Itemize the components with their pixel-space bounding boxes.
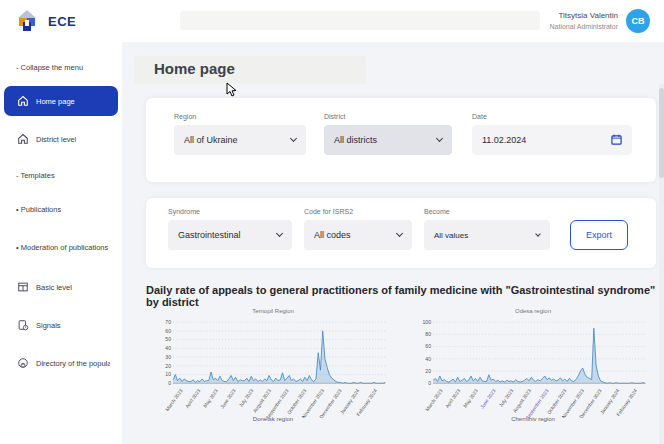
svg-text:20: 20 — [425, 368, 431, 374]
svg-text:60: 60 — [165, 328, 171, 334]
svg-text:10: 10 — [165, 371, 171, 377]
sidebar-item-publications[interactable]: • Publications — [4, 198, 118, 220]
chart-right-plot: 020406080100March 2023April 2023May 2023… — [408, 316, 654, 418]
sidebar-item-label: - Templates — [16, 171, 55, 180]
sidebar-item-collapse-menu[interactable]: - Collapse the menu — [4, 56, 118, 78]
user-name: Titsytsia Valentin — [550, 11, 618, 22]
sidebar-item-moderation[interactable]: • Moderation of publications — [4, 236, 118, 258]
avatar[interactable]: CB — [626, 9, 650, 33]
app-logo[interactable]: ECE — [14, 8, 76, 34]
date-value: 11.02.2024 — [482, 135, 526, 145]
district-label: District — [324, 113, 452, 120]
main-content: Home page Region All of Ukraine District… — [122, 42, 664, 444]
chevron-down-icon — [535, 231, 541, 237]
svg-text:May 2023: May 2023 — [203, 388, 220, 409]
table-icon — [16, 281, 29, 294]
sidebar-item-label: Basic level — [36, 283, 72, 292]
syndrome-label: Syndrome — [168, 208, 292, 215]
user-role: National Administrator — [550, 22, 618, 31]
syndrome-field: Syndrome Gastrointestinal — [168, 208, 292, 250]
home-icon — [16, 95, 29, 108]
svg-text:June 2023: June 2023 — [219, 388, 236, 410]
chart-left-footer: Donetsk region — [148, 416, 398, 422]
chart-right-title: Odesa region — [408, 308, 658, 314]
svg-text:March 2023: March 2023 — [425, 388, 444, 412]
svg-text:40: 40 — [425, 356, 431, 362]
syndrome-value: Gastrointestinal — [178, 230, 241, 240]
globe-person-icon — [16, 357, 29, 370]
svg-text:July 2023: July 2023 — [498, 388, 514, 408]
sidebar-item-district-level[interactable]: District level — [4, 124, 118, 154]
district-select[interactable]: All districts — [324, 125, 452, 155]
mouse-cursor — [226, 82, 238, 102]
district-value: All districts — [334, 135, 377, 145]
charts-row: Ternopil Region 010203040506070March 202… — [148, 308, 658, 422]
chevron-down-icon — [276, 230, 283, 237]
svg-text:June 2023: June 2023 — [479, 388, 496, 410]
svg-text:0: 0 — [428, 380, 431, 386]
svg-text:20: 20 — [165, 363, 171, 369]
scrollbar-thumb[interactable] — [659, 88, 664, 178]
region-label: Region — [174, 113, 306, 120]
signal-doc-icon — [16, 319, 29, 332]
user-text: Titsytsia Valentin National Administrato… — [550, 11, 618, 31]
chart-left-title: Ternopil Region — [148, 308, 398, 314]
filters-card-secondary: Syndrome Gastrointestinal Code for ISRS2… — [146, 198, 656, 268]
filters-card-primary: Region All of Ukraine District All distr… — [146, 98, 656, 182]
svg-text:August 2023: August 2023 — [252, 388, 272, 414]
sidebar-item-label: Directory of the population — [36, 359, 110, 368]
sidebar: - Collapse the menu Home page District l… — [0, 42, 122, 444]
user-block[interactable]: Titsytsia Valentin National Administrato… — [550, 9, 650, 33]
svg-text:50: 50 — [165, 336, 171, 342]
logo-text: ECE — [48, 14, 76, 29]
district-field: District All districts — [324, 113, 452, 155]
sidebar-item-label: District level — [36, 135, 76, 144]
svg-text:40: 40 — [165, 345, 171, 351]
svg-text:0: 0 — [168, 380, 171, 386]
chart-right-footer: Chernihiv region — [408, 416, 658, 422]
calendar-icon[interactable] — [611, 134, 622, 147]
export-button[interactable]: Export — [570, 220, 628, 250]
chevron-down-icon — [290, 135, 297, 142]
svg-text:May 2023: May 2023 — [463, 388, 480, 409]
chevron-down-icon — [396, 230, 403, 237]
svg-text:30: 30 — [165, 354, 171, 360]
region-value: All of Ukraine — [184, 135, 238, 145]
svg-text:April 2023: April 2023 — [445, 388, 462, 409]
become-value: All values — [434, 231, 468, 240]
become-select[interactable]: All values — [424, 220, 550, 250]
sidebar-item-directory[interactable]: Directory of the population — [4, 348, 118, 378]
sidebar-item-label: • Publications — [16, 205, 61, 214]
chart-left: Ternopil Region 010203040506070March 202… — [148, 308, 398, 422]
sidebar-item-templates[interactable]: - Templates — [4, 164, 118, 186]
syndrome-select[interactable]: Gastrointestinal — [168, 220, 292, 250]
code-value: All codes — [314, 230, 351, 240]
svg-text:60: 60 — [425, 343, 431, 349]
sidebar-item-signals[interactable]: Signals — [4, 310, 118, 340]
code-select[interactable]: All codes — [304, 220, 412, 250]
sidebar-item-label: Home page — [36, 97, 75, 106]
chevron-down-icon — [436, 135, 443, 142]
sidebar-item-label: • Moderation of publications — [16, 243, 108, 252]
region-field: Region All of Ukraine — [174, 113, 306, 155]
app-root: { "header": { "logo_text": "ECE", "user_… — [0, 0, 664, 444]
date-label: Date — [472, 113, 632, 120]
date-field: Date 11.02.2024 — [472, 113, 632, 155]
sidebar-item-basic-level[interactable]: Basic level — [4, 272, 118, 302]
code-label: Code for ISRS2 — [304, 208, 412, 215]
svg-text:80: 80 — [425, 331, 431, 337]
become-label: Become — [424, 208, 550, 215]
svg-text:April 2023: April 2023 — [185, 388, 202, 409]
home-icon — [16, 133, 29, 146]
svg-text:100: 100 — [423, 319, 432, 325]
code-field: Code for ISRS2 All codes — [304, 208, 412, 250]
chart-left-plot: 010203040506070March 2023April 2023May 2… — [148, 316, 394, 418]
header-placeholder — [180, 11, 540, 30]
sidebar-item-home-page[interactable]: Home page — [4, 86, 118, 116]
svg-text:August 2023: August 2023 — [512, 388, 532, 414]
region-select[interactable]: All of Ukraine — [174, 125, 306, 155]
become-field: Become All values — [424, 208, 550, 250]
page-title: Home page — [154, 60, 235, 77]
date-input[interactable]: 11.02.2024 — [472, 125, 632, 155]
svg-text:March 2023: March 2023 — [165, 388, 184, 412]
